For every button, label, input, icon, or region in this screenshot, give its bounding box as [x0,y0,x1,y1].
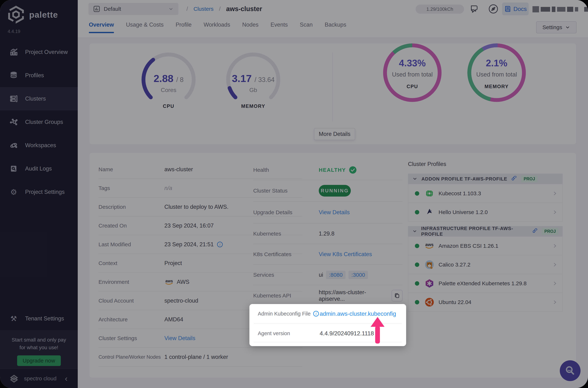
info-icon[interactable]: i [313,310,319,317]
svg-text:i: i [316,312,317,316]
palette-app-window: palette 4.4.19 Project Overview Profiles [0,0,588,388]
agent-version-value: 4.4.9/20240912.1118 [320,330,406,337]
pointer-arrow [369,317,386,344]
admin-kubeconfig-download-link[interactable]: admin.aws-cluster.kubeconfig [320,310,406,317]
